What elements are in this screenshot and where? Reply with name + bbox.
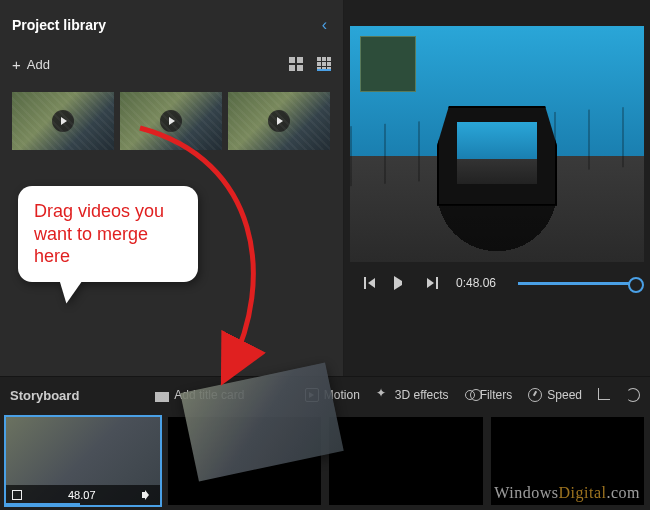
- filters-button[interactable]: Filters: [465, 388, 513, 402]
- storyboard-clip[interactable]: 48.07: [6, 417, 160, 505]
- title-card-icon: [155, 392, 169, 402]
- crop-icon[interactable]: [598, 388, 610, 400]
- library-clip[interactable]: [120, 92, 222, 150]
- video-preview[interactable]: [350, 26, 644, 262]
- video-preview-panel: 0:48.06: [344, 0, 650, 376]
- clip-duration: 48.07: [68, 489, 96, 501]
- minimap-overlay: [360, 36, 416, 92]
- 3d-effects-button[interactable]: 3D effects: [376, 388, 449, 402]
- seek-slider[interactable]: [518, 282, 638, 285]
- speed-icon: [528, 388, 542, 402]
- watermark-a: Windows: [494, 484, 558, 501]
- play-icon: [268, 110, 290, 132]
- step-forward-icon[interactable]: [426, 277, 438, 289]
- filters-icon: [465, 390, 475, 400]
- filters-label: Filters: [480, 388, 513, 402]
- callout-text: Drag videos you want to merge here: [34, 201, 164, 266]
- playback-controls: 0:48.06: [344, 262, 650, 290]
- storyboard-title: Storyboard: [10, 388, 79, 403]
- watermark: WindowsDigital.com: [494, 484, 640, 502]
- collapse-chevron-icon[interactable]: ‹: [318, 12, 331, 38]
- add-media-button[interactable]: + Add: [12, 56, 50, 73]
- library-thumbnails: [12, 92, 331, 150]
- speed-button[interactable]: Speed: [528, 388, 582, 402]
- resize-icon[interactable]: [12, 490, 22, 500]
- watermark-suffix: .com: [606, 484, 640, 501]
- project-library-title: Project library: [12, 17, 106, 33]
- volume-icon[interactable]: [142, 490, 154, 500]
- playback-time: 0:48.06: [456, 276, 496, 290]
- add-label: Add: [27, 57, 50, 72]
- play-icon: [160, 110, 182, 132]
- speed-label: Speed: [547, 388, 582, 402]
- plus-icon: +: [12, 56, 21, 73]
- storyboard-slot[interactable]: [329, 417, 483, 505]
- library-clip[interactable]: [228, 92, 330, 150]
- clip-progress: [6, 503, 80, 505]
- instruction-callout: Drag videos you want to merge here: [18, 186, 198, 282]
- grid-large-icon[interactable]: [289, 57, 303, 71]
- library-clip[interactable]: [12, 92, 114, 150]
- play-icon: [52, 110, 74, 132]
- grid-small-icon[interactable]: [317, 57, 331, 71]
- 3d-effects-label: 3D effects: [395, 388, 449, 402]
- weapon-sight-overlay: [437, 106, 557, 206]
- watermark-b: Digital: [559, 484, 607, 501]
- rotate-icon[interactable]: [626, 388, 640, 402]
- step-back-icon[interactable]: [364, 277, 376, 289]
- play-icon[interactable]: [394, 276, 408, 290]
- 3d-effects-icon: [376, 388, 390, 402]
